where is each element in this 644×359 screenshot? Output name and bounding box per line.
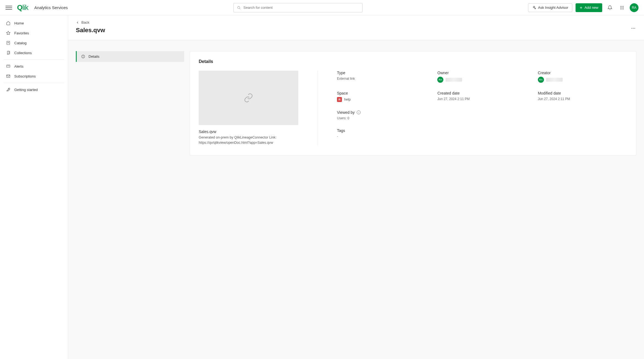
sidebar-item-label: Getting started bbox=[14, 88, 38, 92]
svg-point-23 bbox=[634, 28, 635, 29]
search-box[interactable] bbox=[233, 3, 363, 12]
sidebar-item-favorites[interactable]: Favorites bbox=[4, 28, 64, 38]
svg-point-4 bbox=[620, 6, 621, 7]
side-tabs: Details bbox=[76, 51, 184, 156]
meta-created: Created date Jun 27, 2024 2:11 PM bbox=[437, 91, 527, 102]
info-icon[interactable]: i bbox=[357, 111, 361, 114]
back-label: Back bbox=[81, 20, 89, 24]
top-bar: Qlik Analytics Services Ask Insight Advi… bbox=[0, 0, 644, 15]
owner-label: Owner bbox=[437, 71, 527, 75]
star-icon bbox=[6, 31, 10, 35]
sidebar-item-catalog[interactable]: Catalog bbox=[4, 38, 64, 48]
svg-point-27 bbox=[339, 99, 339, 100]
sidebar-item-label: Alerts bbox=[14, 64, 23, 68]
svg-rect-17 bbox=[7, 65, 10, 67]
app-launcher-button[interactable] bbox=[618, 3, 626, 12]
tags-label: Tags bbox=[337, 128, 426, 133]
svg-point-26 bbox=[83, 56, 83, 56]
svg-point-5 bbox=[622, 6, 623, 7]
sidebar-divider bbox=[4, 59, 64, 60]
rocket-icon bbox=[6, 87, 10, 92]
sidebar-item-label: Catalog bbox=[14, 41, 27, 45]
svg-point-28 bbox=[339, 99, 340, 100]
svg-point-9 bbox=[623, 7, 624, 8]
grid-icon bbox=[620, 5, 624, 10]
notifications-button[interactable] bbox=[606, 3, 614, 12]
sidebar-item-getting-started[interactable]: Getting started bbox=[4, 85, 64, 95]
dots-horizontal-icon bbox=[631, 26, 636, 31]
details-card: Details Sales.qvw Generated on-prem by Q… bbox=[190, 51, 636, 156]
svg-point-20 bbox=[9, 89, 9, 89]
catalog-icon bbox=[6, 41, 10, 45]
meta-owner: Owner RA bbox=[437, 71, 527, 83]
svg-point-22 bbox=[633, 28, 634, 29]
main-content: Back Sales.qvw Details Details Sales.qvw… bbox=[68, 15, 644, 359]
sidebar-item-label: Favorites bbox=[14, 31, 29, 35]
modified-label: Modified date bbox=[538, 91, 627, 95]
svg-point-11 bbox=[622, 9, 623, 9]
space-label: Space bbox=[337, 91, 426, 95]
sidebar-divider bbox=[4, 83, 64, 83]
add-new-button[interactable]: Add new bbox=[576, 3, 602, 12]
tab-label: Details bbox=[89, 54, 99, 59]
file-description: Generated on-prem by QlikLineageConnecto… bbox=[199, 135, 298, 145]
meta-space: Space help bbox=[337, 91, 426, 102]
svg-line-1 bbox=[239, 8, 240, 9]
meta-creator: Creator RA bbox=[538, 71, 627, 83]
page-header: Back Sales.qvw bbox=[68, 15, 644, 40]
home-icon bbox=[6, 21, 10, 25]
ask-insight-label: Ask Insight Advisor bbox=[538, 5, 568, 10]
message-icon bbox=[6, 64, 10, 68]
meta-grid: Type External link Owner RA Creator bbox=[337, 71, 627, 138]
created-value: Jun 27, 2024 2:11 PM bbox=[437, 97, 527, 101]
viewedby-label: Viewed by bbox=[337, 110, 355, 115]
space-value[interactable]: help bbox=[344, 98, 351, 101]
meta-empty bbox=[437, 110, 627, 120]
page-title: Sales.qvw bbox=[76, 27, 636, 34]
link-icon bbox=[244, 93, 253, 103]
svg-point-0 bbox=[237, 6, 240, 9]
svg-point-10 bbox=[620, 9, 621, 9]
sidebar-item-collections[interactable]: Collections bbox=[4, 48, 64, 58]
creator-label: Creator bbox=[538, 71, 627, 75]
meta-tags: Tags - bbox=[337, 128, 426, 138]
sidebar-item-label: Subscriptions bbox=[14, 74, 36, 78]
svg-point-12 bbox=[623, 9, 624, 9]
tab-details[interactable]: Details bbox=[76, 51, 184, 62]
svg-point-21 bbox=[631, 28, 632, 29]
sidebar-item-label: Collections bbox=[14, 51, 32, 55]
meta-viewedby: Viewed by i Users: 0 bbox=[337, 110, 426, 120]
search-icon bbox=[237, 6, 241, 10]
type-label: Type bbox=[337, 71, 426, 75]
svg-point-6 bbox=[623, 6, 624, 7]
created-label: Created date bbox=[437, 91, 527, 95]
thumbnail-column: Sales.qvw Generated on-prem by QlikLinea… bbox=[199, 71, 298, 145]
sidebar-item-subscriptions[interactable]: Subscriptions bbox=[4, 71, 64, 81]
creator-avatar: RA bbox=[538, 77, 544, 83]
thumbnail-preview bbox=[199, 71, 298, 125]
ask-insight-advisor-button[interactable]: Ask Insight Advisor bbox=[528, 3, 573, 12]
chevron-left-icon bbox=[76, 21, 79, 24]
user-avatar[interactable]: RA bbox=[630, 3, 639, 12]
sidebar-item-alerts[interactable]: Alerts bbox=[4, 61, 64, 71]
content-area: Details Details Sales.qvw Generated on-p… bbox=[68, 40, 644, 167]
meta-type: Type External link bbox=[337, 71, 426, 83]
back-link[interactable]: Back bbox=[76, 20, 89, 24]
svg-point-7 bbox=[620, 7, 621, 8]
type-value: External link bbox=[337, 77, 426, 81]
details-heading: Details bbox=[199, 59, 627, 64]
viewedby-value: Users: 0 bbox=[337, 116, 426, 120]
sidebar: Home Favorites Catalog Collections Alert… bbox=[0, 15, 68, 359]
menu-toggle-button[interactable] bbox=[5, 4, 12, 11]
search-input[interactable] bbox=[244, 5, 359, 10]
owner-avatar: RA bbox=[437, 77, 443, 83]
tags-value: - bbox=[337, 134, 426, 138]
sidebar-item-home[interactable]: Home bbox=[4, 18, 64, 28]
qlik-logo[interactable]: Qlik bbox=[17, 3, 28, 12]
more-actions-button[interactable] bbox=[629, 24, 637, 33]
sparkle-icon bbox=[532, 6, 536, 10]
add-new-label: Add new bbox=[584, 5, 598, 10]
app-title: Analytics Services bbox=[34, 5, 68, 10]
envelope-icon bbox=[6, 74, 10, 78]
owner-name-redacted bbox=[446, 78, 462, 82]
